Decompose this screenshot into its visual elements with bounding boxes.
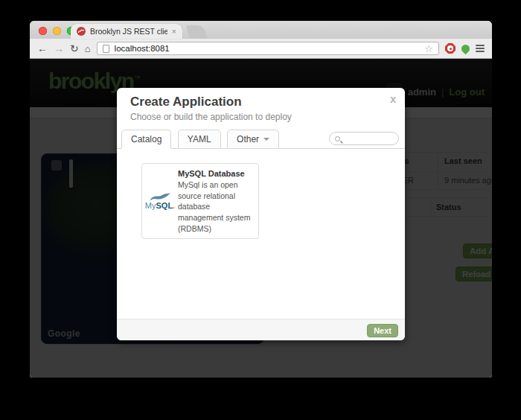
catalog-item-description: MySql is an open source relational datab… (178, 179, 254, 234)
address-bar[interactable]: localhost:8081 ☆ (97, 42, 439, 55)
url-text[interactable]: localhost:8081 (115, 44, 420, 53)
tab-yaml[interactable]: YAML (178, 130, 221, 149)
catalog-item-mysql[interactable]: MySQL. MySQL Database MySql is an open s… (141, 163, 259, 239)
browser-tabstrip: Brooklyn JS REST client × (30, 21, 492, 39)
modal-close-icon[interactable]: x (390, 93, 396, 105)
mysql-logo-my: My (145, 201, 156, 210)
browser-menu-icon[interactable] (476, 45, 485, 52)
tab-catalog[interactable]: Catalog (121, 130, 171, 149)
browser-toolbar: ← → ↻ ⌂ localhost:8081 ☆ (30, 39, 492, 59)
browser-window: Brooklyn JS REST client × ← → ↻ ⌂ localh… (30, 21, 492, 378)
close-window-button[interactable] (39, 27, 47, 35)
tab-title: Brooklyn JS REST client (90, 27, 167, 36)
tab-yaml-label: YAML (188, 134, 211, 144)
modal-tab-bar: Catalog YAML Other (117, 130, 405, 149)
stop-extension-icon[interactable] (445, 43, 456, 54)
tab-other[interactable]: Other (227, 130, 279, 149)
create-application-modal: Create Application Choose or build the a… (117, 88, 405, 340)
bookmark-star-icon[interactable]: ☆ (424, 44, 433, 54)
next-button[interactable]: Next (367, 324, 398, 337)
pin-extension-icon[interactable] (460, 42, 472, 54)
tab-other-label: Other (237, 134, 259, 144)
tab-close-icon[interactable]: × (172, 27, 176, 36)
mysql-logo-sql: SQL (156, 201, 173, 210)
forward-icon[interactable]: → (54, 43, 64, 54)
catalog-list: MySQL. MySQL Database MySql is an open s… (117, 149, 405, 319)
back-icon[interactable]: ← (37, 43, 48, 54)
browser-tab[interactable]: Brooklyn JS REST client × (71, 24, 182, 39)
modal-footer: Next (117, 319, 405, 340)
search-icon (335, 136, 340, 141)
mysql-logo-dot: . (173, 201, 175, 210)
modal-title: Create Application (130, 95, 391, 109)
minimize-window-button[interactable] (53, 27, 61, 35)
catalog-item-title: MySQL Database (178, 169, 254, 178)
new-tab-button[interactable] (186, 25, 207, 39)
reload-icon[interactable]: ↻ (70, 43, 79, 54)
window-controls (39, 27, 75, 35)
catalog-search-box[interactable] (329, 132, 399, 145)
chevron-down-icon (263, 138, 269, 141)
page-icon (103, 45, 109, 53)
search-input[interactable] (343, 133, 393, 144)
mysql-logo-icon: MySQL. (142, 164, 178, 238)
tab-catalog-label: Catalog (131, 134, 162, 144)
page-viewport: brooklyn™ ? admin | Log out Google (30, 59, 492, 378)
brooklyn-favicon-icon (77, 27, 86, 36)
modal-subtitle: Choose or build the application to deplo… (130, 112, 391, 122)
home-icon[interactable]: ⌂ (85, 44, 91, 54)
